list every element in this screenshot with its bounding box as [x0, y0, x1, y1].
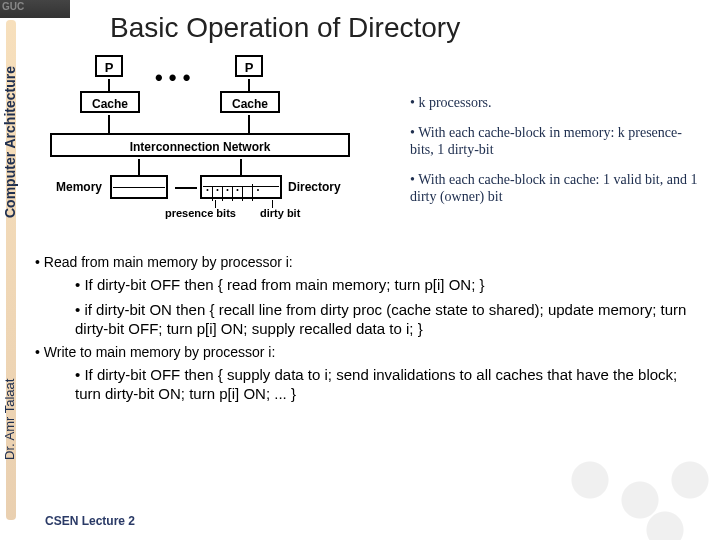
directory-box: ••••• — [200, 175, 282, 199]
connector-line — [138, 159, 140, 175]
connector-line — [108, 79, 110, 91]
read-off-case: • If dirty-bit OFF then { read from main… — [75, 276, 700, 295]
side-label-author: Dr. Amr Talaat — [2, 350, 17, 460]
pointer-line — [272, 200, 273, 208]
connector-line — [248, 79, 250, 91]
dirty-bit-label: dirty bit — [260, 207, 300, 219]
processor-box: P — [235, 55, 263, 77]
directory-label: Directory — [288, 180, 341, 194]
footer-label: CSEN Lecture 2 — [45, 514, 135, 528]
architecture-diagram: P P • • • Cache Cache Interconnection Ne… — [50, 55, 360, 235]
connector-line — [108, 115, 110, 133]
connector-line — [175, 187, 197, 189]
memory-label: Memory — [56, 180, 102, 194]
connector-line — [240, 159, 242, 175]
pointer-line — [215, 200, 216, 208]
cache-box: Cache — [220, 91, 280, 113]
write-header: • Write to main memory by processor i: — [35, 344, 700, 360]
cache-box: Cache — [80, 91, 140, 113]
side-label-course: Computer Architecture — [2, 38, 18, 218]
list-item: k processors. — [410, 94, 700, 112]
read-on-case: • if dirty-bit ON then { recall line fro… — [75, 301, 700, 339]
ellipsis-icon: • • • — [155, 65, 190, 91]
slide-title: Basic Operation of Directory — [110, 12, 460, 44]
memory-box — [110, 175, 168, 199]
list-item: With each cache-block in cache: 1 valid … — [410, 171, 700, 206]
read-header: • Read from main memory by processor i: — [35, 254, 700, 270]
background-decoration — [560, 450, 720, 540]
upper-bullet-list: k processors. With each cache-block in m… — [370, 94, 700, 218]
presence-bits-label: presence bits — [165, 207, 236, 219]
list-item: With each cache-block in memory: k prese… — [410, 124, 700, 159]
write-off-case: • If dirty-bit OFF then { supply data to… — [75, 366, 700, 404]
logo-text: GUC — [2, 1, 24, 12]
processor-box: P — [95, 55, 123, 77]
interconnect-box: Interconnection Network — [50, 133, 350, 157]
lower-text-block: • Read from main memory by processor i: … — [35, 250, 700, 410]
connector-line — [248, 115, 250, 133]
